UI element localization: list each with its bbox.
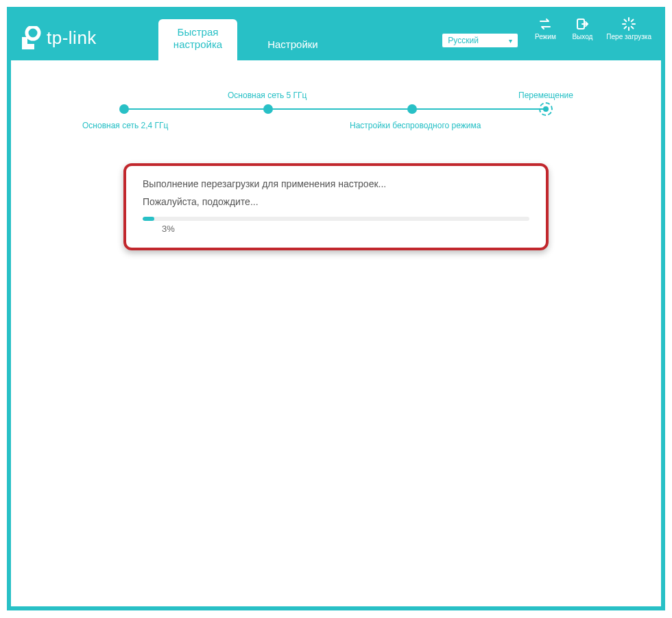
brand-name: tp-link: [47, 27, 97, 49]
brand-logo: tp-link: [21, 26, 97, 49]
step-dot-2: [263, 104, 273, 114]
step-dot-3: [407, 104, 417, 114]
logout-icon: [575, 16, 590, 32]
svg-point-0: [27, 27, 39, 39]
tab-settings[interactable]: Настройки: [254, 32, 332, 60]
reboot-label: Пере загрузка: [606, 33, 651, 40]
svg-line-11: [632, 20, 634, 22]
mode-label: Режим: [535, 33, 556, 40]
main-tabs: Быстрая настройка Настройки: [158, 19, 332, 60]
header-right-controls: Русский ▾ Режим Выход: [442, 16, 651, 48]
reboot-icon: [621, 16, 636, 32]
svg-rect-2: [22, 44, 34, 49]
step-label-1: Основная сеть 2,4 ГГц: [82, 121, 168, 130]
mode-button[interactable]: Режим: [532, 16, 558, 40]
progress-bar: [143, 217, 529, 221]
logout-label: Выход: [572, 33, 592, 40]
step-dot-4: [539, 102, 553, 116]
app-frame: tp-link Быстрая настройка Настройки Русс…: [7, 7, 665, 610]
mode-icon: [538, 16, 553, 32]
stepper-line: [123, 108, 549, 110]
progress-bar-fill: [143, 217, 154, 221]
logout-button[interactable]: Выход: [569, 16, 595, 40]
svg-line-9: [632, 27, 634, 29]
content-area: Основная сеть 2,4 ГГц Основная сеть 5 ГГ…: [11, 60, 661, 606]
language-selected: Русский: [448, 36, 479, 45]
language-select[interactable]: Русский ▾: [442, 33, 518, 48]
tplink-logo-icon: [21, 26, 41, 49]
svg-line-10: [625, 27, 627, 29]
step-label-3: Настройки беспроводного режима: [350, 121, 481, 130]
svg-line-8: [625, 20, 627, 22]
reboot-message-line2: Пожалуйста, подождите...: [143, 196, 529, 207]
progress-percent: 3%: [162, 224, 529, 234]
step-dot-1: [119, 104, 129, 114]
tab-quick-setup[interactable]: Быстрая настройка: [158, 19, 237, 60]
step-label-2: Основная сеть 5 ГГц: [228, 91, 307, 100]
header: tp-link Быстрая настройка Настройки Русс…: [11, 11, 661, 60]
step-label-4: Перемещение: [518, 91, 573, 100]
reboot-button[interactable]: Пере загрузка: [606, 16, 651, 40]
reboot-message-line1: Выполнение перезагрузки для применения н…: [143, 178, 529, 189]
setup-stepper: Основная сеть 2,4 ГГц Основная сеть 5 ГГ…: [117, 88, 555, 136]
chevron-down-icon: ▾: [509, 37, 512, 45]
reboot-progress-panel: Выполнение перезагрузки для применения н…: [123, 163, 549, 250]
